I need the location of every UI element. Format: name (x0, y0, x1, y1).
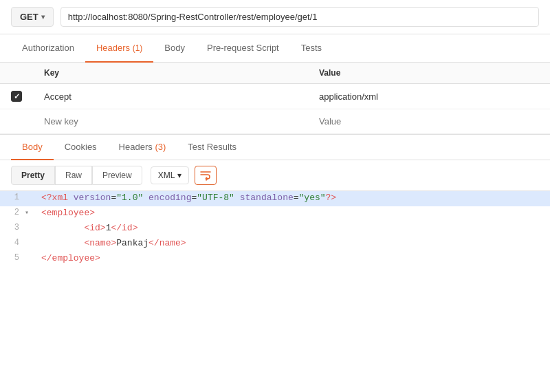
format-selector[interactable]: XML ▾ (151, 166, 190, 184)
line-number-2: 2 (0, 206, 25, 219)
code-line-1: 1 <?xml version="1.0" encoding="UTF-8" s… (0, 191, 550, 206)
method-selector[interactable]: GET ▾ (11, 7, 54, 27)
wrap-icon (199, 169, 212, 182)
line-content-4: <name>Pankaj</name> (36, 237, 550, 250)
code-line-3: 3 <id>1</id> (0, 221, 550, 237)
tab-cookies[interactable]: Cookies (54, 135, 108, 160)
line-content-1: <?xml version="1.0" encoding="UTF-8" sta… (36, 191, 550, 204)
line-number-5: 5 (0, 252, 25, 264)
view-preview-btn[interactable]: Preview (92, 166, 142, 185)
code-toolbar: Pretty Raw Preview XML ▾ (0, 160, 550, 191)
headers-table: Key Value Accept application/xml (0, 63, 550, 134)
tab-pre-request-script[interactable]: Pre-request Script (196, 34, 290, 63)
tab-body-response[interactable]: Body (11, 135, 54, 160)
tab-tests[interactable]: Tests (290, 34, 333, 63)
line-content-2: <employee> (36, 206, 550, 219)
method-chevron: ▾ (41, 13, 45, 21)
col-value-header: Value (308, 63, 550, 84)
format-chevron: ▾ (177, 171, 182, 180)
key-cell[interactable]: Accept (33, 84, 308, 109)
tab-body-request[interactable]: Body (153, 34, 196, 63)
request-tabs: Authorization Headers (1) Body Pre-reque… (0, 34, 550, 63)
line-arrow-2: ▾ (25, 206, 36, 217)
tab-headers-response[interactable]: Headers (3) (108, 135, 177, 160)
code-line-4: 4 <name>Pankaj</name> (0, 237, 550, 252)
url-bar: GET ▾ (0, 0, 550, 34)
code-line-5: 5 </employee> (0, 252, 550, 267)
new-key-input[interactable] (44, 116, 297, 127)
new-key-row (0, 109, 550, 134)
format-label: XML (158, 171, 175, 180)
line-content-3: <id>1</id> (36, 221, 550, 235)
row-checkbox[interactable] (11, 91, 22, 102)
line-content-5: </employee> (36, 252, 550, 265)
headers-section: Key Value Accept application/xml (0, 63, 550, 135)
tab-headers[interactable]: Headers (1) (85, 34, 153, 63)
col-checkbox (0, 63, 33, 84)
line-number-1: 1 (0, 191, 25, 204)
method-label: GET (20, 12, 38, 22)
new-value-input[interactable] (319, 116, 539, 127)
url-input[interactable] (60, 7, 539, 27)
table-row: Accept application/xml (0, 84, 550, 109)
code-area: 1 <?xml version="1.0" encoding="UTF-8" s… (0, 191, 550, 267)
tab-authorization[interactable]: Authorization (11, 34, 85, 63)
line-number-3: 3 (0, 221, 25, 234)
wrap-button[interactable] (195, 166, 217, 185)
col-key-header: Key (33, 63, 308, 84)
view-pretty-btn[interactable]: Pretty (11, 166, 55, 185)
code-line-2: 2 ▾ <employee> (0, 206, 550, 221)
value-cell[interactable]: application/xml (308, 84, 550, 109)
response-tabs: Body Cookies Headers (3) Test Results (0, 135, 550, 160)
tab-test-results[interactable]: Test Results (177, 135, 248, 160)
line-number-4: 4 (0, 237, 25, 249)
view-raw-btn[interactable]: Raw (55, 166, 92, 185)
